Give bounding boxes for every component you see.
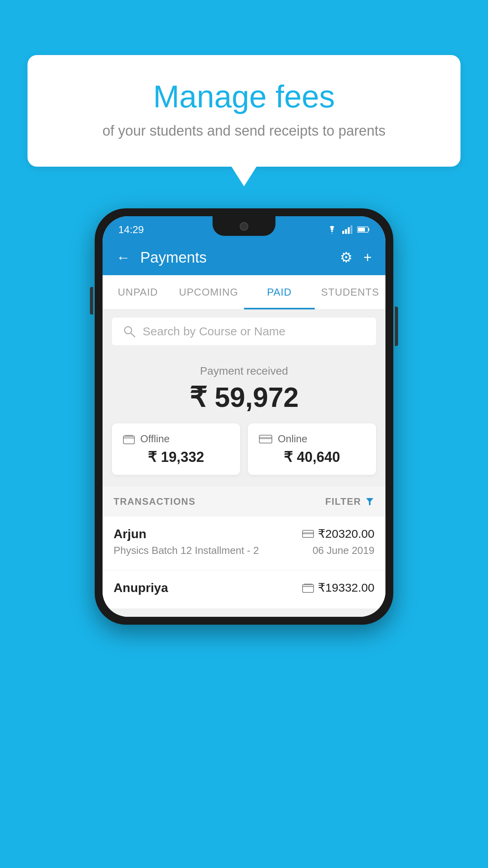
svg-rect-12: [259, 437, 272, 439]
offline-payment-card: Offline ₹ 19,332: [112, 423, 240, 475]
camera: [240, 222, 248, 231]
payment-cards: Offline ₹ 19,332 Online: [103, 423, 385, 487]
svg-rect-1: [345, 229, 347, 234]
search-icon: [123, 325, 136, 338]
online-amount: ₹ 40,640: [259, 449, 365, 465]
filter-icon: [365, 497, 374, 506]
power-button-right: [395, 307, 398, 346]
payment-total-amount: ₹ 59,972: [103, 381, 385, 414]
battery-icon: [357, 226, 370, 233]
speech-bubble: Manage fees of your students and send re…: [28, 55, 460, 167]
add-button[interactable]: +: [363, 249, 372, 266]
online-card-header: Online: [259, 433, 365, 445]
speech-bubble-subtitle: of your students and send receipts to pa…: [47, 123, 441, 139]
anupriya-name: Anupriya: [114, 581, 168, 595]
online-label: Online: [278, 433, 307, 445]
svg-rect-10: [125, 435, 133, 437]
payment-summary: Payment received ₹ 59,972 Offline: [103, 353, 385, 617]
status-time: 14:29: [118, 224, 144, 236]
phone-notch: [213, 216, 275, 236]
tab-students[interactable]: STUDENTS: [315, 275, 385, 309]
arjun-amount: ₹20320.00: [318, 527, 374, 541]
volume-button-left: [90, 287, 93, 314]
back-button[interactable]: ←: [116, 249, 130, 266]
transactions-header: TRANSACTIONS FILTER: [103, 487, 385, 517]
anupriya-payment-type-icon: [302, 583, 314, 593]
arjun-row: Arjun ₹20320.00: [114, 527, 374, 541]
svg-rect-6: [358, 228, 365, 232]
payment-received-label: Payment received: [103, 365, 385, 377]
page-title: Payments: [140, 249, 340, 266]
svg-line-8: [131, 333, 135, 337]
settings-icon[interactable]: ⚙: [340, 249, 352, 266]
transaction-item-arjun[interactable]: Arjun ₹20320.00 Physics Batch 12 Install…: [103, 517, 385, 570]
arjun-name: Arjun: [114, 527, 147, 541]
svg-rect-16: [303, 585, 314, 592]
search-bar[interactable]: Search by Course or Name: [112, 318, 376, 345]
anupriya-amount: ₹19332.00: [318, 581, 374, 594]
svg-rect-15: [303, 532, 314, 534]
anupriya-row: Anupriya ₹19332.00: [114, 581, 374, 595]
svg-rect-17: [304, 583, 312, 585]
app-bar: ← Payments ⚙ +: [103, 240, 385, 275]
online-payment-icon: [259, 434, 272, 444]
transactions-label: TRANSACTIONS: [114, 496, 196, 507]
tab-upcoming[interactable]: UPCOMING: [173, 275, 244, 309]
tab-bar: UNPAID UPCOMING PAID STUDENTS: [103, 275, 385, 310]
online-payment-card: Online ₹ 40,640: [248, 423, 376, 475]
tab-paid[interactable]: PAID: [244, 275, 315, 309]
anupriya-amount-row: ₹19332.00: [302, 581, 374, 594]
phone-outer: 14:29: [95, 208, 393, 625]
arjun-amount-row: ₹20320.00: [302, 527, 374, 541]
wifi-icon: [327, 225, 338, 234]
transaction-item-anupriya[interactable]: Anupriya ₹19332.00: [103, 570, 385, 609]
svg-rect-0: [342, 231, 344, 234]
search-input[interactable]: Search by Course or Name: [143, 325, 286, 338]
tab-unpaid[interactable]: UNPAID: [103, 275, 173, 309]
phone-wrapper: 14:29: [95, 208, 393, 625]
svg-rect-9: [123, 436, 134, 444]
speech-bubble-container: Manage fees of your students and send re…: [28, 55, 460, 167]
filter-label: FILTER: [325, 496, 361, 507]
arjun-course: Physics Batch 12 Installment - 2: [114, 544, 259, 557]
svg-rect-3: [350, 225, 352, 234]
arjun-detail-row: Physics Batch 12 Installment - 2 06 June…: [114, 544, 374, 557]
phone-screen: 14:29: [103, 216, 385, 617]
status-icons: [327, 225, 370, 234]
arjun-payment-type-icon: [302, 530, 314, 538]
offline-amount: ₹ 19,332: [123, 449, 229, 465]
offline-label: Offline: [140, 433, 170, 445]
offline-card-header: Offline: [123, 433, 229, 445]
signal-icon: [342, 225, 352, 234]
svg-marker-13: [366, 498, 373, 505]
search-bar-container: Search by Course or Name: [103, 310, 385, 353]
svg-rect-2: [348, 227, 350, 234]
app-bar-actions: ⚙ +: [340, 249, 372, 266]
offline-payment-icon: [123, 434, 135, 444]
speech-bubble-title: Manage fees: [47, 79, 441, 115]
filter-button[interactable]: FILTER: [325, 496, 374, 507]
arjun-date: 06 June 2019: [312, 544, 374, 557]
svg-rect-5: [368, 228, 369, 231]
